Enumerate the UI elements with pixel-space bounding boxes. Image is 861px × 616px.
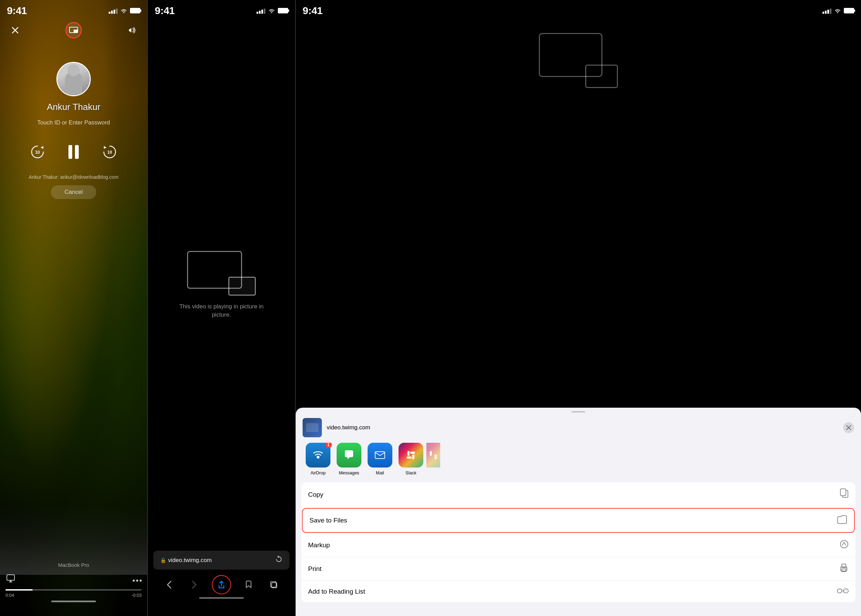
slack2-icon	[427, 443, 440, 467]
airdrop-label: AirDrop	[310, 470, 326, 475]
volume-button-panel1[interactable]	[124, 22, 140, 39]
print-label: Print	[308, 565, 321, 573]
svg-point-12	[140, 580, 142, 581]
close-button-panel1[interactable]	[7, 22, 24, 39]
share-app-mail[interactable]: Mail	[365, 443, 395, 475]
signal-icon-panel2	[257, 8, 266, 14]
svg-rect-4	[74, 30, 77, 32]
url-text: video.twimg.com	[168, 557, 212, 564]
more-button[interactable]	[133, 575, 142, 584]
forward-button[interactable]: 10	[99, 141, 120, 162]
svg-rect-24	[407, 457, 412, 459]
wifi-icon-panel3	[834, 8, 841, 13]
avatar	[57, 62, 91, 96]
status-bar-panel3: 9:41	[296, 0, 861, 19]
remaining-time: -0:03	[131, 592, 142, 598]
pip-caption-text: This video is playing in picture in pict…	[170, 303, 273, 319]
share-action-print[interactable]: Print	[301, 557, 856, 581]
panel2-pip-screen: 9:41 This video is playing in picture in…	[148, 0, 295, 616]
share-sheet-site-title: video.twimg.com	[327, 424, 838, 431]
lock-icon-browser: 🔒	[160, 558, 166, 563]
status-time-panel1: 9:41	[7, 5, 27, 17]
svg-rect-9	[7, 575, 14, 580]
share-sheet-handle	[571, 411, 585, 413]
svg-point-35	[837, 589, 842, 593]
pip-illustration: This video is playing in picture in pict…	[170, 251, 273, 319]
svg-rect-27	[434, 454, 437, 459]
share-apps-row: 1 AirDrop Messages	[296, 443, 861, 482]
panel1-video-player: 9:41	[0, 0, 147, 616]
svg-point-17	[837, 12, 838, 13]
save-to-files-icon	[837, 515, 847, 526]
url-bar[interactable]: 🔒 video.twimg.com	[153, 551, 290, 570]
current-time: 0:04	[5, 592, 14, 598]
messages-icon	[337, 443, 361, 467]
messages-label: Messages	[339, 470, 359, 475]
svg-point-10	[133, 580, 135, 581]
svg-marker-14	[277, 555, 279, 558]
progress-bar[interactable]	[5, 589, 142, 591]
progress-fill	[5, 589, 33, 591]
user-name-label: Ankur Thakur	[47, 102, 101, 112]
svg-rect-25	[410, 452, 415, 454]
share-sheet-thumbnail	[302, 418, 322, 437]
share-button-panel2[interactable]	[212, 575, 231, 594]
pause-button[interactable]	[61, 140, 86, 164]
tabs-button[interactable]	[266, 577, 281, 592]
share-app-slack[interactable]: Slack	[395, 443, 427, 475]
airdrop-badge: 1	[325, 443, 332, 448]
cancel-button[interactable]: Cancel	[51, 185, 97, 199]
share-app-airdrop[interactable]: 1 AirDrop	[302, 443, 334, 475]
markup-label: Markup	[308, 541, 330, 549]
slack-icon	[398, 443, 423, 467]
svg-point-20	[317, 456, 320, 459]
panel1-top-controls	[0, 19, 147, 42]
copy-label: Copy	[308, 491, 323, 498]
svg-point-13	[271, 12, 272, 13]
close-share-sheet-button[interactable]	[843, 422, 854, 433]
airdrop-icon: 1	[306, 443, 331, 467]
pip-screens-graphic	[187, 251, 256, 295]
status-bar-panel2: 9:41	[148, 0, 295, 19]
reading-list-icon	[837, 587, 848, 596]
battery-icon-panel2	[278, 8, 288, 13]
svg-point-30	[841, 541, 848, 548]
share-action-markup[interactable]: Markup	[301, 533, 856, 557]
user-email-label: Ankur Thakur: ankur@idownloadblog.com	[29, 174, 119, 180]
share-action-copy[interactable]: Copy	[301, 482, 856, 508]
svg-point-34	[846, 568, 847, 569]
share-action-save-to-files[interactable]: Save to Files	[302, 508, 855, 533]
bookmarks-button[interactable]	[241, 577, 256, 592]
rewind-button[interactable]: 10	[27, 141, 48, 162]
svg-marker-7	[104, 146, 107, 149]
svg-point-36	[844, 589, 848, 593]
share-app-messages[interactable]: Messages	[334, 443, 365, 475]
panel1-bottom-controls: 0:04 -0:03	[0, 574, 147, 616]
status-icons-panel3	[823, 8, 854, 14]
share-app-slack2[interactable]	[427, 443, 440, 475]
signal-icon-panel1	[109, 8, 118, 14]
media-controls: 10 10	[27, 140, 120, 164]
panel3-share-sheet: 9:41	[296, 0, 861, 616]
forward-nav-button[interactable]	[187, 577, 202, 592]
reload-button[interactable]	[275, 555, 283, 565]
back-button[interactable]	[162, 577, 177, 592]
share-sheet-header: video.twimg.com	[296, 418, 861, 443]
pip-button-panel1[interactable]	[65, 22, 82, 39]
status-time-panel2: 9:41	[155, 5, 175, 17]
share-sheet: video.twimg.com 1 A	[296, 408, 861, 616]
time-display: 0:04 -0:03	[5, 592, 142, 598]
svg-point-11	[136, 580, 138, 581]
copy-icon	[840, 489, 848, 501]
pip-small-screen-graphic	[228, 277, 256, 295]
battery-icon-panel1	[130, 8, 140, 13]
url-content: 🔒 video.twimg.com	[160, 557, 212, 564]
slack-label: Slack	[405, 470, 416, 475]
share-action-reading-list[interactable]: Add to Reading List	[301, 581, 856, 602]
reading-list-label: Add to Reading List	[308, 588, 365, 596]
svg-text:10: 10	[107, 150, 112, 155]
panel2-main-content: This video is playing in picture in pict…	[148, 19, 295, 551]
svg-point-0	[123, 12, 124, 13]
airplay-button[interactable]	[5, 574, 16, 585]
mail-icon	[368, 443, 392, 467]
